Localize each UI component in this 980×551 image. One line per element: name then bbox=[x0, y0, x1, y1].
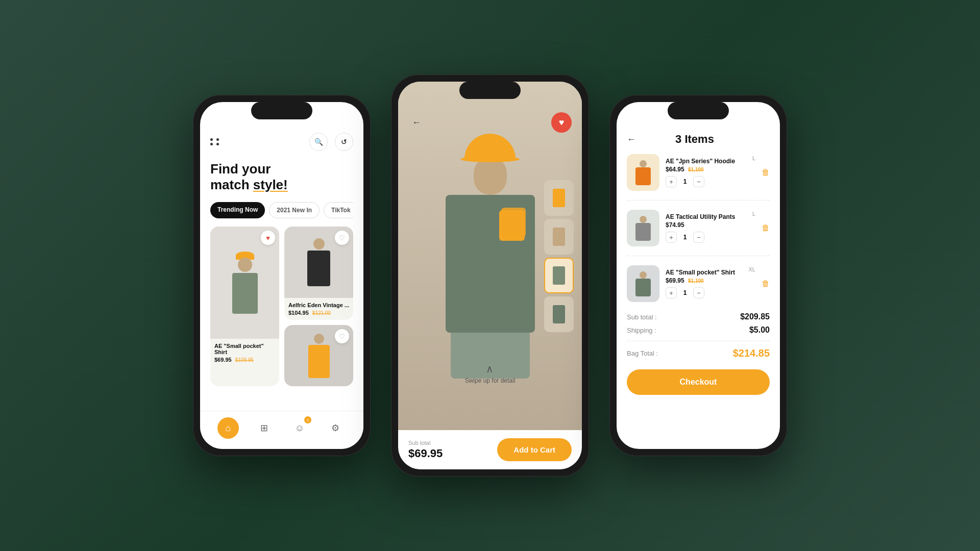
subtotal-row: Sub total : $209.85 bbox=[627, 312, 770, 321]
cart-item-2-qty-controls: + 1 − bbox=[666, 232, 746, 243]
product-card-3[interactable]: ♡ bbox=[284, 325, 353, 386]
cart-title: 3 Items bbox=[641, 133, 748, 146]
cart-item-3-price: $69.95 $1,100 bbox=[666, 277, 743, 284]
cart-item-2-price: $74.95 bbox=[666, 221, 746, 229]
hero-highlight: style! bbox=[253, 177, 288, 192]
product-thumbnails bbox=[544, 180, 574, 332]
bag-total-row: Bag Total : $214.85 bbox=[627, 347, 770, 359]
favorite-button[interactable]: ♥ bbox=[551, 112, 572, 133]
cart-item-1-price: $64.95 $1,100 bbox=[666, 166, 746, 173]
bag-total-label: Bag Total : bbox=[627, 349, 658, 357]
product-name-1: AE "Small pocket" Shirt bbox=[214, 343, 275, 355]
cart-item-2-size: L bbox=[752, 211, 755, 217]
qty-decrease-3[interactable]: + bbox=[666, 287, 677, 298]
phone-2-notch bbox=[459, 82, 521, 99]
fav-btn-2[interactable]: ♡ bbox=[335, 231, 349, 245]
menu-dots[interactable] bbox=[210, 138, 220, 145]
fav-btn-3[interactable]: ♡ bbox=[335, 329, 349, 343]
qty-decrease-1[interactable]: + bbox=[666, 176, 677, 187]
add-to-cart-button[interactable]: Add to Cart bbox=[497, 438, 572, 461]
phone-2-bottom-bar: Sub total $69.95 Add to Cart bbox=[398, 430, 582, 469]
cart-item-3-size: XL bbox=[749, 266, 755, 272]
cart-items-list: AE "Jpn Series" Hoodie $64.95 $1,100 + 1… bbox=[627, 154, 770, 302]
scan-icon[interactable]: ↺ bbox=[335, 133, 353, 151]
notification-badge: 2 bbox=[304, 416, 311, 423]
qty-increase-1[interactable]: − bbox=[693, 176, 704, 187]
phone-3-notch bbox=[668, 102, 729, 119]
product-card-2[interactable]: ♡ Aelfric Eden Vintage ... $104.95 $121.… bbox=[284, 227, 353, 320]
phone-1-header: 🔍 ↺ bbox=[210, 133, 353, 151]
product-name-2: Aelfric Eden Vintage ... bbox=[288, 302, 349, 308]
category-tabs: Trending Now 2021 New In TikTok bbox=[210, 202, 353, 218]
checkout-button[interactable]: Checkout bbox=[627, 369, 770, 395]
cart-item-2-details: AE Tactical Utility Pants $74.95 + 1 − bbox=[666, 213, 746, 243]
qty-value-3: 1 bbox=[681, 289, 689, 296]
cart-item-3-details: AE "Small pocket" Shirt $69.95 $1,100 + … bbox=[666, 269, 743, 298]
swipe-up-hint: ∧ Swipe up for detail bbox=[465, 363, 516, 384]
qty-increase-3[interactable]: − bbox=[693, 287, 704, 298]
phone-1-screen: 🔍 ↺ Find your match style! Trending Now … bbox=[200, 102, 363, 449]
subtotal-section: Sub total $69.95 bbox=[408, 440, 443, 460]
bottom-nav: ⌂ ⊞ ☺ 2 ⚙ bbox=[200, 411, 363, 449]
phone-1-notch bbox=[251, 102, 312, 119]
tab-tiktok[interactable]: TikTok bbox=[324, 202, 353, 218]
cart-item-1-image bbox=[627, 154, 659, 191]
shipping-row: Shipping : $5.00 bbox=[627, 325, 770, 335]
search-icon[interactable]: 🔍 bbox=[309, 133, 328, 151]
cart-back-button[interactable]: ← bbox=[627, 134, 636, 145]
delete-item-1[interactable]: 🗑 bbox=[762, 168, 770, 177]
cart-item-1: AE "Jpn Series" Hoodie $64.95 $1,100 + 1… bbox=[627, 154, 770, 191]
shipping-label: Shipping : bbox=[627, 327, 656, 334]
product-grid: ♥ AE "Small pocket" Shirt $69.95 $109.95 bbox=[210, 227, 353, 386]
order-summary: Sub total : $209.85 Shipping : $5.00 Bag… bbox=[627, 312, 770, 359]
subtotal-label: Sub total : bbox=[627, 313, 657, 321]
cart-item-1-details: AE "Jpn Series" Hoodie $64.95 $1,100 + 1… bbox=[666, 158, 746, 187]
qty-increase-2[interactable]: − bbox=[693, 232, 704, 243]
cart-item-2-image bbox=[627, 210, 659, 246]
summary-divider bbox=[627, 341, 770, 341]
nav-home[interactable]: ⌂ bbox=[217, 417, 239, 439]
phone-3-header: ← 3 Items bbox=[627, 133, 770, 146]
subtotal-label: Sub total bbox=[408, 440, 443, 446]
cart-item-3-image bbox=[627, 265, 659, 302]
delete-item-2[interactable]: 🗑 bbox=[762, 223, 770, 233]
divider-1 bbox=[627, 200, 770, 201]
phone-2-screen: ← ♥ bbox=[398, 82, 582, 469]
qty-decrease-2[interactable]: + bbox=[666, 232, 677, 243]
cart-item-1-size: L bbox=[752, 155, 755, 161]
phone-2: ← ♥ bbox=[391, 74, 589, 477]
product-price-2: $104.95 $121.00 bbox=[288, 310, 349, 316]
cart-item-1-name: AE "Jpn Series" Hoodie bbox=[666, 158, 746, 165]
thumb-3[interactable] bbox=[544, 258, 574, 293]
delete-item-3[interactable]: 🗑 bbox=[762, 279, 770, 288]
cart-item-2-name: AE Tactical Utility Pants bbox=[666, 213, 746, 220]
thumb-4[interactable] bbox=[544, 296, 574, 332]
cart-item-3: AE "Small pocket" Shirt $69.95 $1,100 + … bbox=[627, 265, 770, 302]
nav-grid[interactable]: ⊞ bbox=[253, 417, 275, 439]
nav-settings[interactable]: ⚙ bbox=[325, 417, 346, 439]
hero-text: Find your match style! bbox=[210, 161, 353, 193]
phone-3-screen: ← 3 Items AE "Jpn Series" Hoodie bbox=[617, 102, 780, 449]
bag-total-value: $214.85 bbox=[733, 347, 770, 359]
cart-item-3-name: AE "Small pocket" Shirt bbox=[666, 269, 743, 276]
cart-item-1-qty-controls: + 1 − bbox=[666, 176, 746, 187]
back-button[interactable]: ← bbox=[408, 114, 425, 131]
phone-3: ← 3 Items AE "Jpn Series" Hoodie bbox=[609, 95, 787, 456]
nav-notifications[interactable]: ☺ 2 bbox=[289, 417, 310, 439]
product-card-1[interactable]: ♥ AE "Small pocket" Shirt $69.95 $109.95 bbox=[210, 227, 279, 386]
thumb-1[interactable] bbox=[544, 180, 574, 216]
qty-value-2: 1 bbox=[681, 234, 689, 241]
tab-2021-new[interactable]: 2021 New In bbox=[269, 202, 320, 218]
swipe-text: Swipe up for detail bbox=[465, 377, 516, 384]
hero-line2: match style! bbox=[210, 177, 353, 193]
phone-1: 🔍 ↺ Find your match style! Trending Now … bbox=[193, 95, 371, 456]
thumb-2[interactable] bbox=[544, 219, 574, 255]
cart-item-2: AE Tactical Utility Pants $74.95 + 1 − L… bbox=[627, 210, 770, 246]
cart-item-3-qty-controls: + 1 − bbox=[666, 287, 743, 298]
shipping-value: $5.00 bbox=[749, 325, 770, 335]
subtotal-value: $209.85 bbox=[740, 312, 770, 321]
fav-btn-1[interactable]: ♥ bbox=[261, 231, 275, 245]
qty-value-1: 1 bbox=[681, 178, 689, 185]
hero-line1: Find your bbox=[210, 161, 353, 177]
tab-trending[interactable]: Trending Now bbox=[210, 202, 265, 218]
